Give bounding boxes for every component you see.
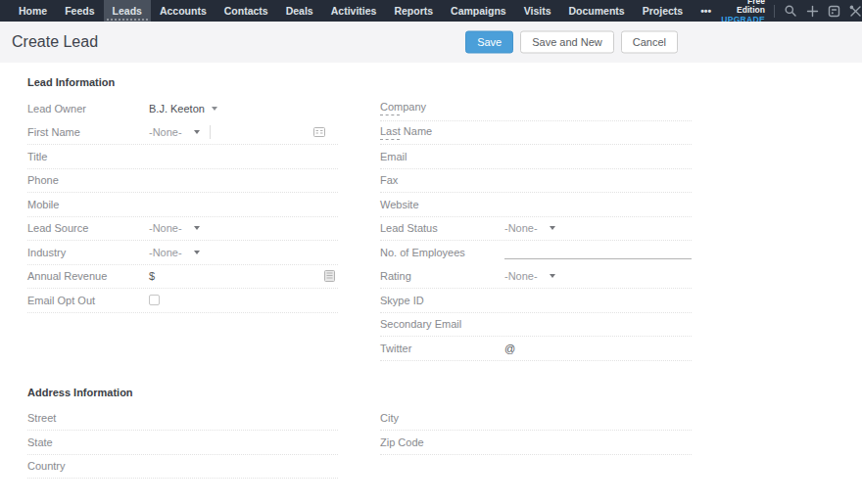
page-header: Create Lead Save Save and New Cancel — [0, 22, 862, 63]
nav-item-campaigns[interactable]: Campaigns — [442, 0, 515, 22]
field-row-fax: Fax — [380, 169, 692, 194]
rating-select[interactable]: -None- — [504, 270, 555, 282]
field-row-annual-revenue: Annual Revenue $ — [27, 265, 338, 290]
zip-code-input[interactable] — [504, 431, 692, 454]
nav-item-more[interactable]: ••• — [692, 0, 720, 22]
field-row-email-opt-out: Email Opt Out — [27, 289, 338, 313]
lead-status-value: -None- — [504, 222, 538, 234]
setup-tools-icon[interactable] — [849, 5, 862, 18]
website-input[interactable] — [504, 193, 692, 216]
city-input[interactable] — [504, 407, 692, 431]
mobile-input[interactable] — [149, 193, 338, 216]
field-row-phone: Phone — [27, 169, 338, 194]
save-button[interactable]: Save — [465, 31, 513, 54]
save-and-new-button[interactable]: Save and New — [520, 31, 614, 54]
no-of-employees-input[interactable] — [504, 245, 692, 259]
lead-status-label: Lead Status — [380, 222, 504, 234]
industry-label: Industry — [27, 247, 149, 258]
chevron-down-icon — [194, 251, 200, 254]
field-row-secondary-email: Secondary Email — [380, 313, 692, 338]
lead-status-select[interactable]: -None- — [504, 222, 555, 234]
fax-input[interactable] — [504, 169, 692, 193]
nav-item-home[interactable]: Home — [10, 0, 56, 22]
lead-source-select[interactable]: -None- — [149, 222, 200, 234]
address-information-columns: Street State Country City Zip Code — [27, 407, 862, 480]
field-row-street: Street — [27, 407, 338, 432]
cancel-button[interactable]: Cancel — [621, 31, 678, 54]
nav-item-feeds[interactable]: Feeds — [56, 0, 103, 22]
mobile-label: Mobile — [27, 199, 149, 210]
nav-menu: Home Feeds Leads Accounts Contacts Deals… — [10, 0, 720, 22]
plus-icon[interactable] — [806, 5, 819, 18]
email-label: Email — [380, 151, 504, 162]
annual-revenue-input[interactable] — [155, 265, 324, 289]
no-of-employees-label: No. of Employees — [380, 247, 504, 258]
nav-item-projects[interactable]: Projects — [634, 0, 692, 22]
nav-item-reports[interactable]: Reports — [385, 0, 442, 22]
phone-label: Phone — [27, 174, 149, 186]
lead-source-value: -None- — [149, 222, 182, 234]
salutation-select[interactable]: -None- — [149, 126, 200, 138]
field-row-first-name: First Name -None- — [27, 121, 338, 146]
street-label: Street — [27, 412, 149, 424]
fax-label: Fax — [380, 174, 504, 186]
nav-item-contacts[interactable]: Contacts — [216, 0, 277, 22]
chevron-down-icon — [550, 274, 555, 278]
nav-item-accounts[interactable]: Accounts — [151, 0, 216, 22]
zip-code-label: Zip Code — [380, 436, 504, 448]
state-input[interactable] — [149, 431, 338, 454]
secondary-email-input[interactable] — [504, 313, 692, 337]
street-input[interactable] — [149, 407, 338, 431]
calculator-icon[interactable] — [324, 270, 335, 282]
industry-select[interactable]: -None- — [149, 247, 200, 258]
header-actions: Save Save and New Cancel — [465, 31, 678, 54]
field-row-zip-code: Zip Code — [380, 431, 692, 455]
title-input[interactable] — [149, 145, 338, 168]
field-row-no-of-employees: No. of Employees — [380, 241, 692, 265]
field-row-lead-owner: Lead Owner B.J. Keeton — [27, 97, 338, 121]
email-opt-out-label: Email Opt Out — [27, 295, 149, 306]
nav-item-activities[interactable]: Activities — [322, 0, 386, 22]
last-name-input[interactable] — [504, 121, 692, 145]
contact-card-icon[interactable] — [313, 127, 325, 137]
field-row-city: City — [380, 407, 692, 432]
website-label: Website — [380, 199, 504, 210]
email-opt-out-checkbox[interactable] — [149, 295, 160, 305]
page-title: Create Lead — [12, 33, 98, 51]
field-row-state: State — [27, 431, 338, 455]
rating-value: -None- — [504, 270, 538, 282]
field-row-last-name: Last Name — [380, 121, 692, 146]
email-input[interactable] — [504, 145, 692, 168]
twitter-label: Twitter — [380, 343, 504, 354]
lead-info-left-column: Lead Owner B.J. Keeton First Name -None- — [27, 97, 338, 361]
last-name-label: Last Name — [380, 125, 504, 140]
lead-owner-select[interactable]: B.J. Keeton — [149, 103, 217, 115]
secondary-email-label: Secondary Email — [380, 318, 504, 330]
rating-label: Rating — [380, 270, 504, 282]
lead-information-columns: Lead Owner B.J. Keeton First Name -None- — [27, 97, 862, 361]
twitter-input[interactable] — [515, 337, 692, 360]
salutation-value: -None- — [149, 126, 182, 138]
field-row-email: Email — [380, 145, 692, 169]
field-row-mobile: Mobile — [27, 193, 338, 217]
first-name-input[interactable] — [220, 121, 313, 145]
field-row-website: Website — [380, 193, 692, 217]
nav-item-deals[interactable]: Deals — [277, 0, 322, 22]
section-lead-information: Lead Information — [27, 63, 862, 97]
state-label: State — [27, 436, 149, 448]
nav-item-documents[interactable]: Documents — [560, 0, 634, 22]
chevron-down-icon — [194, 226, 200, 230]
nav-item-leads[interactable]: Leads — [104, 0, 151, 22]
field-row-lead-source: Lead Source -None- — [27, 217, 338, 242]
phone-input[interactable] — [149, 169, 338, 193]
company-input[interactable] — [504, 97, 692, 120]
announcement-icon[interactable] — [828, 5, 840, 18]
skype-id-input[interactable] — [504, 289, 692, 312]
first-name-label: First Name — [27, 126, 149, 138]
nav-item-visits[interactable]: Visits — [515, 0, 560, 22]
country-input[interactable] — [149, 455, 338, 479]
field-row-industry: Industry -None- — [27, 241, 338, 265]
section-address-information: Address Information — [27, 361, 862, 407]
search-icon[interactable] — [784, 4, 797, 18]
field-row-twitter: Twitter @ — [380, 337, 692, 361]
